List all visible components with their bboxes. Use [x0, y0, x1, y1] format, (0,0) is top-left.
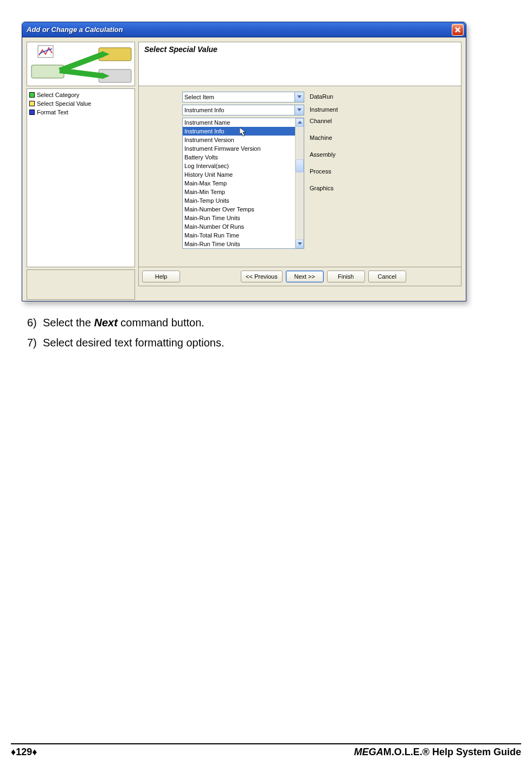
svg-marker-10 — [297, 95, 302, 98]
guide-title: MEGAM.O.L.E.® Help System Guide — [354, 747, 521, 758]
category-label: Process — [310, 168, 336, 175]
panel-heading: Select Special Value — [144, 45, 217, 54]
step-item: Select Category — [29, 91, 132, 99]
step-label: Select Category — [37, 91, 79, 99]
previous-button[interactable]: << Previous — [241, 271, 283, 282]
list-item[interactable]: Main-Min Temp — [183, 188, 295, 196]
svg-rect-2 — [31, 65, 64, 78]
next-button[interactable]: Next >> — [286, 271, 324, 282]
category-label: Channel — [310, 118, 336, 124]
category-label: Graphics — [310, 185, 336, 191]
list-item[interactable]: Main-Temp Units — [183, 196, 295, 205]
cursor-icon — [240, 127, 247, 137]
heading-panel: Select Special Value — [138, 42, 462, 86]
wizard-illustration — [27, 42, 135, 86]
dropdown-arrow-icon[interactable] — [294, 105, 304, 115]
list-item[interactable]: Main-Max Temp — [183, 179, 295, 188]
close-icon — [454, 27, 461, 33]
list-item[interactable]: Instrument Info — [183, 127, 295, 136]
combo-value: Instrument Info — [184, 107, 224, 113]
instruction-text: 6) Select the Next command button. 7) Se… — [27, 317, 505, 349]
svg-line-6 — [60, 70, 103, 76]
hint-panel — [27, 269, 135, 300]
list-item[interactable]: Instrument Firmware Version — [183, 144, 295, 153]
page-footer: ♦129♦ MEGAM.O.L.E.® Help System Guide — [11, 743, 521, 758]
step-number: 6) — [27, 317, 37, 329]
combo-value: Select Item — [184, 94, 214, 100]
dropdown-arrow-icon[interactable] — [294, 92, 304, 102]
step-item: Select Special Value — [29, 99, 132, 108]
finish-button[interactable]: Finish — [327, 271, 365, 282]
category-label: Assembly — [310, 151, 336, 158]
datarun-label: DataRun — [310, 92, 333, 100]
window-title: Add or Change a Calculation — [27, 25, 452, 34]
list-item[interactable]: Main-Number Over Temps — [183, 205, 295, 214]
svg-marker-11 — [297, 108, 302, 111]
cancel-button[interactable]: Cancel — [368, 271, 406, 282]
page-number: ♦129♦ — [11, 747, 37, 758]
svg-line-5 — [60, 54, 103, 70]
svg-marker-14 — [298, 242, 302, 245]
list-item[interactable]: Main-Number Of Runs — [183, 222, 295, 231]
svg-marker-12 — [240, 127, 246, 136]
scroll-thumb[interactable] — [296, 159, 304, 172]
list-item[interactable]: Main-Run Time Units — [183, 240, 295, 248]
datarun-combo[interactable]: Select Item — [182, 92, 304, 102]
list-item[interactable]: Instrument Name — [183, 118, 295, 127]
scroll-down-button[interactable] — [296, 240, 304, 248]
titlebar[interactable]: Add or Change a Calculation — [22, 22, 466, 37]
svg-marker-13 — [298, 121, 302, 124]
instrument-combo[interactable]: Instrument Info — [182, 105, 304, 115]
list-item[interactable]: Main-Total Run Time — [183, 231, 295, 240]
instrument-label: Instrument — [310, 105, 338, 113]
step-label: Select Special Value — [37, 99, 91, 108]
scroll-track[interactable] — [296, 127, 304, 240]
list-item[interactable]: Log Interval(sec) — [183, 162, 295, 170]
button-bar: Help << Previous Next >> Finish Cancel — [138, 267, 462, 286]
wizard-steps-list: Select Category Select Special Value For… — [27, 88, 135, 267]
category-labels: ChannelMachineAssemblyProcessGraphics — [310, 118, 336, 249]
step-number: 7) — [27, 337, 37, 349]
list-item[interactable]: History Unit Name — [183, 170, 295, 179]
list-item[interactable]: Instrument Version — [183, 136, 295, 144]
dialog-window: Add or Change a Calculation — [22, 22, 466, 301]
list-item[interactable]: Battery Volts — [183, 153, 295, 162]
close-button[interactable] — [452, 24, 464, 36]
form-area: Select Item DataRun Instrument Info Inst… — [138, 86, 462, 267]
step-label: Format Text — [37, 108, 68, 117]
list-item[interactable]: Main-Run Time Units — [183, 214, 295, 222]
scroll-up-button[interactable] — [296, 118, 304, 127]
step-item: Format Text — [29, 108, 132, 117]
category-label: Machine — [310, 134, 336, 141]
special-value-listbox[interactable]: Instrument NameInstrument InfoInstrument… — [182, 118, 304, 249]
help-button[interactable]: Help — [142, 271, 180, 282]
scrollbar[interactable] — [295, 118, 304, 248]
